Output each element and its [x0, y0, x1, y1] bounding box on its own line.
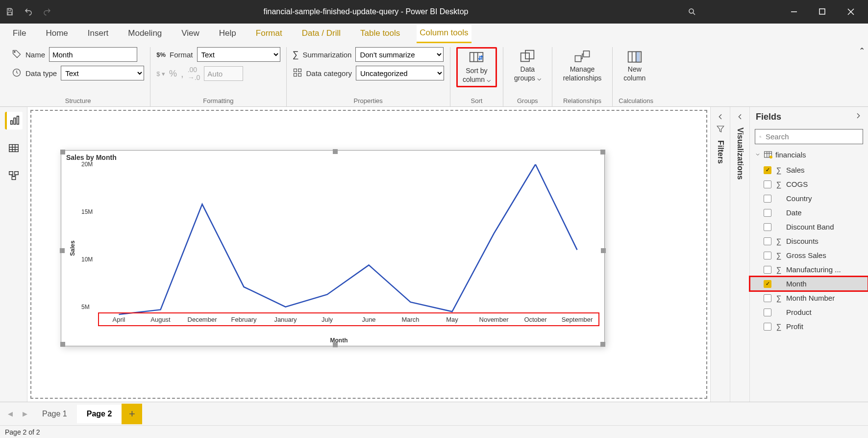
data-groups-button[interactable]: Data groups ⌵ — [509, 47, 546, 84]
checkbox[interactable] — [764, 252, 771, 259]
svg-point-38 — [760, 136, 761, 137]
checkbox[interactable] — [764, 237, 771, 245]
datacategory-icon — [293, 68, 302, 79]
sort-by-column-button[interactable]: Sort by column ⌵ — [456, 47, 497, 87]
minimize-button[interactable] — [782, 0, 806, 24]
checkbox[interactable]: ✓ — [764, 166, 771, 174]
model-view-button[interactable] — [5, 167, 23, 184]
checkbox[interactable] — [764, 294, 771, 302]
datatype-select[interactable]: Text — [61, 66, 144, 80]
visualizations-panel-collapsed[interactable]: Visualizations — [730, 107, 749, 402]
field-month-number[interactable]: ∑Month Number — [750, 291, 868, 305]
fields-search[interactable] — [755, 129, 863, 144]
ribbon-body: ⌃ Name Data type Text Structure $% Forma… — [0, 43, 868, 107]
new-column-button[interactable]: New column — [619, 47, 650, 84]
page-tab-1[interactable]: Page 1 — [32, 405, 77, 423]
field-date[interactable]: Date — [750, 206, 868, 220]
percent-button[interactable]: % — [169, 69, 177, 79]
tab-modeling[interactable]: Modeling — [125, 25, 165, 42]
maximize-button[interactable] — [810, 0, 835, 24]
checkbox[interactable] — [764, 323, 771, 331]
search-icon[interactable] — [680, 0, 704, 24]
svg-point-43 — [769, 155, 772, 158]
report-canvas[interactable]: ··· Sales by Month Sales Month 20M15M10M… — [27, 107, 710, 402]
checkbox[interactable] — [764, 180, 771, 188]
filters-label: Filters — [716, 140, 725, 164]
field-label: Discount Band — [786, 223, 834, 231]
comma-button[interactable]: , — [181, 68, 184, 79]
tab-help[interactable]: Help — [216, 25, 239, 42]
tab-home[interactable]: Home — [43, 25, 71, 42]
tab-insert[interactable]: Insert — [85, 25, 112, 42]
add-page-button[interactable]: + — [122, 404, 142, 424]
decimals-input[interactable] — [204, 66, 243, 81]
redo-icon[interactable] — [42, 7, 52, 17]
field-product[interactable]: Product — [750, 305, 868, 319]
field-label: Manufacturing ... — [786, 265, 841, 274]
ribbon-collapse-chevron[interactable]: ⌃ — [859, 46, 865, 55]
ribbon-tabs: File Home Insert Modeling View Help Form… — [0, 24, 868, 43]
y-axis-label: Sales — [69, 240, 76, 256]
page-tab-2[interactable]: Page 2 — [77, 405, 122, 423]
name-input[interactable] — [49, 47, 137, 62]
undo-icon[interactable] — [24, 7, 33, 17]
checkbox[interactable] — [764, 223, 771, 231]
tab-format[interactable]: Format — [253, 25, 285, 42]
save-icon[interactable] — [5, 7, 15, 17]
checkbox[interactable] — [764, 266, 771, 274]
field-gross-sales[interactable]: ∑Gross Sales — [750, 248, 868, 262]
format-select[interactable]: Text — [197, 47, 280, 62]
chevron-right-icon[interactable] — [854, 112, 862, 122]
close-button[interactable] — [839, 0, 863, 24]
field-month[interactable]: ✓Month — [750, 277, 868, 291]
manage-relationships-button[interactable]: Manage relationships — [558, 47, 607, 84]
summarization-select[interactable]: Don't summarize — [355, 47, 444, 62]
datacategory-select[interactable]: Uncategorized — [356, 66, 444, 80]
focus-mode-icon[interactable] — [671, 107, 681, 107]
page-next-button[interactable]: ▶ — [18, 407, 32, 421]
fields-header-label: Fields — [756, 112, 781, 122]
line-chart-visual[interactable]: Sales by Month Sales Month 20M15M10M5M A… — [61, 150, 605, 346]
chart-plot — [98, 164, 598, 316]
fields-panel: Fields financials ✓∑ Sales∑COGSCountryDa… — [749, 107, 868, 402]
tab-table-tools[interactable]: Table tools — [357, 25, 403, 42]
tab-view[interactable]: View — [178, 25, 202, 42]
field-sales[interactable]: ✓∑ Sales — [750, 163, 868, 177]
fields-search-input[interactable] — [766, 132, 859, 141]
currency-button[interactable]: $ ▾ — [156, 70, 165, 77]
svg-rect-19 — [583, 51, 589, 57]
table-name: financials — [775, 151, 806, 159]
chevron-left-icon[interactable] — [736, 113, 744, 121]
checkbox[interactable] — [764, 309, 771, 316]
name-label: Name — [25, 51, 45, 59]
page-prev-button[interactable]: ◀ — [3, 407, 18, 421]
field-manufacturing-[interactable]: ∑Manufacturing ... — [750, 262, 868, 277]
checkbox[interactable] — [764, 195, 771, 203]
decimals-button[interactable]: .00→.0 — [188, 66, 200, 81]
tab-data-drill[interactable]: Data / Drill — [299, 25, 344, 42]
data-view-button[interactable] — [5, 139, 23, 157]
field-profit[interactable]: ∑Profit — [750, 319, 868, 334]
filters-panel-collapsed[interactable]: Filters — [710, 107, 730, 402]
svg-rect-26 — [17, 116, 19, 125]
group-groups-label: Groups — [509, 95, 546, 106]
field-label: COGS — [786, 180, 808, 188]
svg-rect-1 — [8, 12, 12, 15]
tab-file[interactable]: File — [10, 25, 29, 42]
more-options-icon[interactable]: ··· — [690, 107, 701, 107]
checkbox[interactable]: ✓ — [764, 280, 771, 288]
table-node-financials[interactable]: financials — [750, 146, 868, 163]
field-cogs[interactable]: ∑COGS — [750, 177, 868, 191]
tab-column-tools[interactable]: Column tools — [417, 24, 471, 43]
sigma-icon: ∑ — [775, 265, 782, 274]
chevron-left-icon[interactable] — [717, 113, 724, 121]
field-discount-band[interactable]: Discount Band — [750, 220, 868, 234]
x-axis-label: Month — [330, 337, 348, 344]
report-view-button[interactable] — [5, 112, 23, 129]
filter-icon[interactable] — [653, 107, 663, 107]
checkbox[interactable] — [764, 209, 771, 217]
tag-icon — [12, 49, 22, 60]
field-label: Product — [786, 308, 812, 316]
field-country[interactable]: Country — [750, 191, 868, 206]
field-discounts[interactable]: ∑Discounts — [750, 234, 868, 248]
